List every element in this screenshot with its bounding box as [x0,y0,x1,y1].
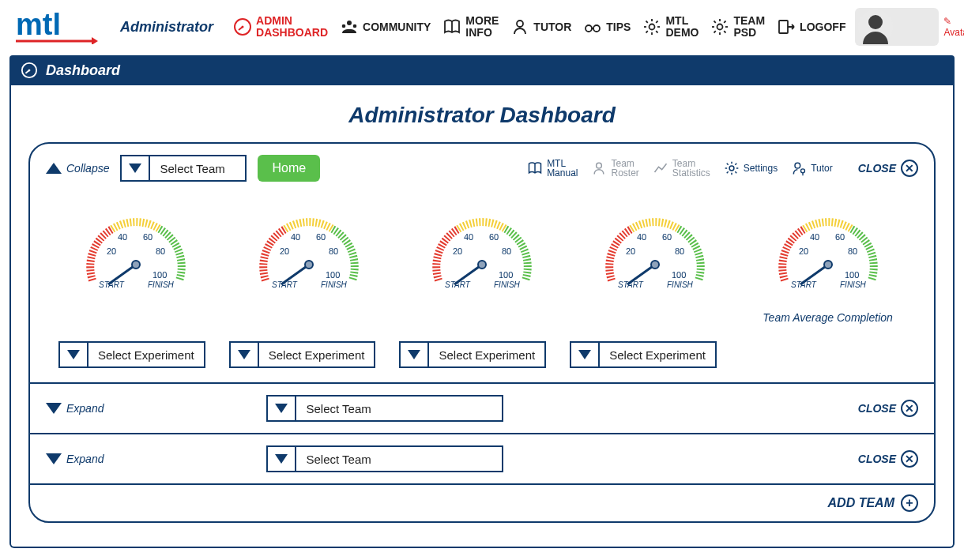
close-icon: ✕ [901,160,918,177]
select-team-dropdown[interactable]: Select Team [266,395,503,422]
nav-label: COMMUNITY [363,21,431,33]
team-block-expanded: Collapse Select Team Home MTLManual Team… [28,142,936,523]
team-block-collapsed-2: Expand Select Team CLOSE ✕ [30,433,934,483]
chevron-down-icon [60,343,88,366]
close-label: CLOSE [858,402,896,415]
tool-team-statistics: TeamStatistics [652,159,710,178]
close-label: CLOSE [858,453,896,465]
role-label: Administrator [120,19,213,36]
nav-tips[interactable]: TIPS [582,17,631,37]
gauge-dial-icon [596,205,714,300]
svg-text:mtl: mtl [16,9,61,41]
chevron-down-icon [571,343,600,366]
chart-icon [652,160,669,177]
nav-team-psd[interactable]: TEAMPSD [710,15,765,38]
select-experiment-dropdown-4[interactable]: Select Experiment [570,341,717,368]
tool-label: TeamStatistics [672,159,710,178]
add-team-label: ADD TEAM [828,496,894,510]
avatar-edit-link[interactable]: ✎ Avatar [943,16,964,38]
triangle-down-icon [46,453,62,464]
gauge-dial-icon [423,205,541,300]
gear-icon [710,17,730,37]
nav-tutor[interactable]: TUTOR [510,17,571,37]
avatar-icon[interactable] [858,9,893,44]
tool-settings[interactable]: Settings [723,160,778,177]
gauge-4 [572,205,737,327]
chevron-down-icon [231,343,259,366]
close-button[interactable]: CLOSE ✕ [858,400,918,417]
dashboard-header-title: Dashboard [46,62,120,79]
select-team-label: Select Team [150,156,234,180]
book-icon [442,17,462,37]
close-label: CLOSE [858,162,896,175]
close-icon: ✕ [901,450,918,468]
gauge-icon [232,17,253,37]
nav-community[interactable]: COMMUNITY [339,17,431,37]
tool-label: TeamRoster [611,159,638,178]
logo[interactable]: mtl [16,9,98,44]
tutor-icon [590,160,608,177]
chevron-down-icon [268,397,296,420]
experiments-row: Select Experiment Select Experiment Sele… [58,341,906,368]
collapse-button[interactable]: Collapse [46,162,109,175]
select-experiment-label: Select Experiment [429,343,544,366]
triangle-down-icon [46,403,62,414]
select-team-dropdown[interactable]: Select Team [120,155,247,182]
svg-point-36 [868,15,883,29]
nav-logoff[interactable]: LOGOFF [776,17,845,37]
gauge-caption: Team Average Completion [763,311,892,327]
expand-button[interactable]: Expand [46,453,104,465]
gauge-1 [54,205,219,327]
expand-label: Expand [66,453,104,465]
tool-label: Settings [744,163,778,173]
gauge-5: Team Average Completion [745,205,910,327]
plus-icon: + [901,494,918,512]
select-experiment-dropdown-2[interactable]: Select Experiment [229,341,376,368]
community-icon [339,17,360,37]
nav-label: LOGOFF [800,21,845,33]
select-experiment-dropdown-3[interactable]: Select Experiment [399,341,546,368]
tool-team-roster: TeamRoster [590,159,638,178]
select-team-dropdown[interactable]: Select Team [266,445,503,472]
team-block-header: Collapse Select Team Home MTLManual Team… [46,155,918,182]
chevron-down-icon [268,447,296,471]
expand-button[interactable]: Expand [46,402,104,415]
nav-label: ADMINDASHBOARD [256,15,328,38]
gauges-row: Team Average Completion [54,205,910,327]
add-team-button[interactable]: ADD TEAM + [30,483,934,521]
tutor-pin-icon [790,160,808,177]
nav-label: TUTOR [533,21,571,33]
close-button[interactable]: CLOSE ✕ [858,160,918,177]
select-team-label: Select Team [296,397,380,420]
tool-tutor[interactable]: Tutor [790,160,833,177]
close-button[interactable]: CLOSE ✕ [858,450,918,468]
select-experiment-dropdown-1[interactable]: Select Experiment [58,341,205,368]
nav-more-info[interactable]: MOREINFO [442,15,499,38]
nav-mtl-demo[interactable]: MTLDEMO [642,15,699,38]
tutor-icon [510,17,530,37]
team-block-collapsed-1: Expand Select Team CLOSE ✕ [30,382,934,433]
collapse-label: Collapse [66,162,109,175]
home-button[interactable]: Home [258,155,320,182]
gauge-dial-icon [77,205,195,300]
gauge-3 [400,205,565,327]
chevron-down-icon [401,343,429,366]
page-title: Administrator Dashboard [28,103,936,128]
team-tools: MTLManual TeamRoster TeamStatistics Sett… [526,159,833,178]
tool-mtl-manual[interactable]: MTLManual [526,159,578,178]
gauge-dial-icon [769,205,887,300]
gear-icon [723,160,740,177]
close-icon: ✕ [901,400,918,417]
main-nav: ADMINDASHBOARD COMMUNITY MOREINFO TUTOR … [232,15,845,38]
nav-label: MTLDEMO [665,15,699,38]
select-experiment-label: Select Experiment [600,343,715,366]
select-team-label: Select Team [296,447,380,471]
nav-label: TIPS [606,21,631,33]
nav-admin-dashboard[interactable]: ADMINDASHBOARD [232,15,328,38]
triangle-up-icon [46,163,62,174]
gear-icon [642,17,662,37]
glasses-icon [582,17,603,37]
expand-label: Expand [66,402,104,415]
nav-label: TEAMPSD [733,15,765,38]
tool-label: Tutor [811,163,833,173]
